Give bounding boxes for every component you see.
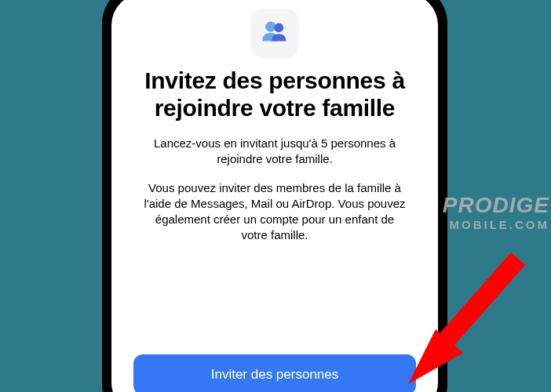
description-text: Vous pouvez inviter des membres de la fa… [141, 180, 408, 244]
phone-frame: Invitez des personnes à rejoindre votre … [102, 0, 447, 392]
family-sharing-icon [251, 9, 298, 56]
svg-point-1 [274, 24, 283, 33]
watermark: PRODIGE MOBILE.COM [443, 193, 549, 231]
watermark-line1: PRODIGE [443, 193, 549, 218]
page-title: Invitez des personnes à rejoindre votre … [133, 67, 416, 122]
invite-people-button[interactable]: Inviter des personnes [133, 354, 416, 392]
subtitle-text: Lancez-vous en invitant jusqu'à 5 person… [149, 136, 400, 168]
screen: Invitez des personnes à rejoindre votre … [111, 0, 438, 392]
watermark-line2: MOBILE.COM [443, 218, 549, 231]
svg-point-0 [265, 22, 276, 32]
